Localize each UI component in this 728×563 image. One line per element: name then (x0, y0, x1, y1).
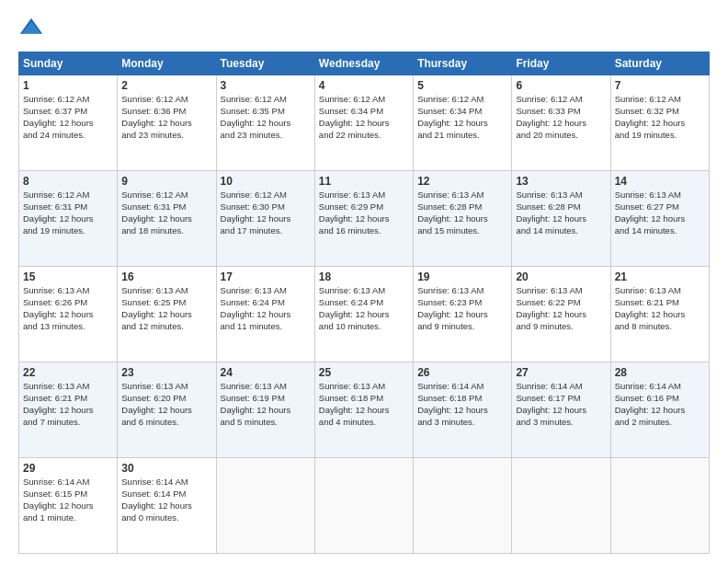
calendar-cell: 8Sunrise: 6:12 AMSunset: 6:31 PMDaylight… (19, 171, 118, 267)
day-number: 1 (23, 78, 113, 93)
sunset: Sunset: 6:16 PM (615, 393, 679, 403)
calendar-cell: 12Sunrise: 6:13 AMSunset: 6:28 PMDayligh… (414, 171, 512, 267)
day-number: 2 (121, 78, 211, 93)
calendar-cell: 10Sunrise: 6:12 AMSunset: 6:30 PMDayligh… (216, 171, 314, 267)
sunrise: Sunrise: 6:12 AM (121, 94, 188, 104)
calendar-cell: 18Sunrise: 6:13 AMSunset: 6:24 PMDayligh… (314, 267, 413, 362)
daylight-label: Daylight: 12 hours (23, 309, 94, 319)
daylight-minutes: and 10 minutes. (319, 321, 381, 331)
daylight-label: Daylight: 12 hours (121, 500, 192, 511)
daylight-minutes: and 5 minutes. (221, 417, 278, 427)
calendar-cell: 25Sunrise: 6:13 AMSunset: 6:18 PMDayligh… (314, 362, 413, 458)
daylight-minutes: and 4 minutes. (319, 417, 376, 427)
sunrise: Sunrise: 6:12 AM (417, 94, 483, 104)
day-number: 3 (221, 78, 311, 93)
daylight-label: Daylight: 12 hours (319, 118, 390, 128)
weekday-header: Monday (118, 52, 216, 75)
sunrise: Sunrise: 6:13 AM (319, 285, 385, 295)
sunrise: Sunrise: 6:13 AM (615, 190, 681, 200)
calendar-cell: 22Sunrise: 6:13 AMSunset: 6:21 PMDayligh… (19, 362, 118, 458)
daylight-minutes: and 23 minutes. (221, 130, 283, 140)
sunrise: Sunrise: 6:12 AM (221, 94, 287, 104)
day-number: 7 (615, 78, 705, 93)
day-number: 8 (23, 174, 113, 189)
daylight-label: Daylight: 12 hours (417, 118, 488, 128)
sunset: Sunset: 6:28 PM (516, 201, 580, 212)
daylight-label: Daylight: 12 hours (221, 213, 291, 224)
daylight-label: Daylight: 12 hours (23, 405, 94, 415)
daylight-minutes: and 13 minutes. (23, 321, 85, 331)
daylight-label: Daylight: 12 hours (417, 309, 488, 319)
daylight-label: Daylight: 12 hours (516, 405, 586, 415)
daylight-label: Daylight: 12 hours (615, 213, 686, 224)
day-number: 26 (417, 365, 507, 380)
daylight-minutes: and 6 minutes. (121, 417, 178, 427)
sunrise: Sunrise: 6:12 AM (121, 190, 188, 200)
sunset: Sunset: 6:19 PM (221, 393, 285, 403)
day-number: 5 (417, 78, 507, 93)
daylight-label: Daylight: 12 hours (221, 309, 291, 319)
day-number: 29 (23, 461, 113, 476)
weekday-header: Tuesday (216, 52, 314, 75)
day-number: 20 (516, 270, 606, 284)
calendar-cell (314, 458, 413, 554)
day-number: 28 (615, 365, 705, 380)
calendar-week-row: 15Sunrise: 6:13 AMSunset: 6:26 PMDayligh… (19, 267, 710, 362)
sunset: Sunset: 6:30 PM (221, 201, 285, 212)
sunset: Sunset: 6:31 PM (121, 201, 186, 212)
daylight-minutes: and 1 minute. (23, 512, 76, 523)
daylight-minutes: and 11 minutes. (221, 321, 283, 331)
sunset: Sunset: 6:25 PM (121, 297, 186, 307)
day-number: 10 (221, 174, 311, 189)
daylight-minutes: and 3 minutes. (516, 417, 573, 427)
calendar-cell: 23Sunrise: 6:13 AMSunset: 6:20 PMDayligh… (118, 362, 216, 458)
daylight-minutes: and 20 minutes. (516, 130, 578, 140)
sunrise: Sunrise: 6:14 AM (417, 381, 483, 391)
sunset: Sunset: 6:35 PM (221, 106, 285, 116)
sunrise: Sunrise: 6:13 AM (319, 190, 385, 200)
weekday-header: Friday (512, 52, 610, 75)
calendar-cell: 4Sunrise: 6:12 AMSunset: 6:34 PMDaylight… (314, 75, 413, 171)
daylight-minutes: and 17 minutes. (221, 225, 283, 236)
daylight-minutes: and 8 minutes. (615, 321, 672, 331)
daylight-minutes: and 15 minutes. (417, 225, 480, 236)
sunrise: Sunrise: 6:14 AM (121, 477, 188, 487)
sunset: Sunset: 6:34 PM (417, 106, 482, 116)
sunrise: Sunrise: 6:14 AM (615, 381, 681, 391)
daylight-label: Daylight: 12 hours (221, 118, 291, 128)
sunrise: Sunrise: 6:13 AM (121, 381, 188, 391)
weekday-header-row: SundayMondayTuesdayWednesdayThursdayFrid… (19, 52, 710, 75)
day-number: 13 (516, 174, 606, 189)
calendar-cell: 20Sunrise: 6:13 AMSunset: 6:22 PMDayligh… (512, 267, 610, 362)
sunset: Sunset: 6:26 PM (23, 297, 87, 307)
sunset: Sunset: 6:31 PM (23, 201, 87, 212)
calendar-week-row: 8Sunrise: 6:12 AMSunset: 6:31 PMDaylight… (19, 171, 710, 267)
calendar-cell: 21Sunrise: 6:13 AMSunset: 6:21 PMDayligh… (610, 267, 709, 362)
daylight-label: Daylight: 12 hours (121, 213, 192, 224)
day-number: 4 (319, 78, 409, 93)
daylight-label: Daylight: 12 hours (23, 213, 94, 224)
calendar-cell: 2Sunrise: 6:12 AMSunset: 6:36 PMDaylight… (118, 75, 216, 171)
sunset: Sunset: 6:23 PM (417, 297, 482, 307)
calendar-week-row: 22Sunrise: 6:13 AMSunset: 6:21 PMDayligh… (19, 362, 710, 458)
daylight-label: Daylight: 12 hours (121, 309, 192, 319)
weekday-header: Sunday (19, 52, 118, 75)
daylight-label: Daylight: 12 hours (221, 405, 291, 415)
calendar-cell: 17Sunrise: 6:13 AMSunset: 6:24 PMDayligh… (216, 267, 314, 362)
calendar-cell: 28Sunrise: 6:14 AMSunset: 6:16 PMDayligh… (610, 362, 709, 458)
calendar-cell: 24Sunrise: 6:13 AMSunset: 6:19 PMDayligh… (216, 362, 314, 458)
sunrise: Sunrise: 6:12 AM (615, 94, 681, 104)
sunset: Sunset: 6:29 PM (319, 201, 383, 212)
day-number: 17 (221, 270, 311, 284)
header (18, 17, 710, 42)
daylight-label: Daylight: 12 hours (121, 118, 192, 128)
calendar-cell: 19Sunrise: 6:13 AMSunset: 6:23 PMDayligh… (414, 267, 512, 362)
daylight-minutes: and 19 minutes. (23, 225, 85, 236)
sunrise: Sunrise: 6:13 AM (417, 285, 483, 295)
sunset: Sunset: 6:21 PM (23, 393, 87, 403)
sunset: Sunset: 6:34 PM (319, 106, 383, 116)
calendar-cell: 26Sunrise: 6:14 AMSunset: 6:18 PMDayligh… (414, 362, 512, 458)
sunset: Sunset: 6:17 PM (516, 393, 580, 403)
calendar-cell: 5Sunrise: 6:12 AMSunset: 6:34 PMDaylight… (414, 75, 512, 171)
sunrise: Sunrise: 6:14 AM (516, 381, 582, 391)
